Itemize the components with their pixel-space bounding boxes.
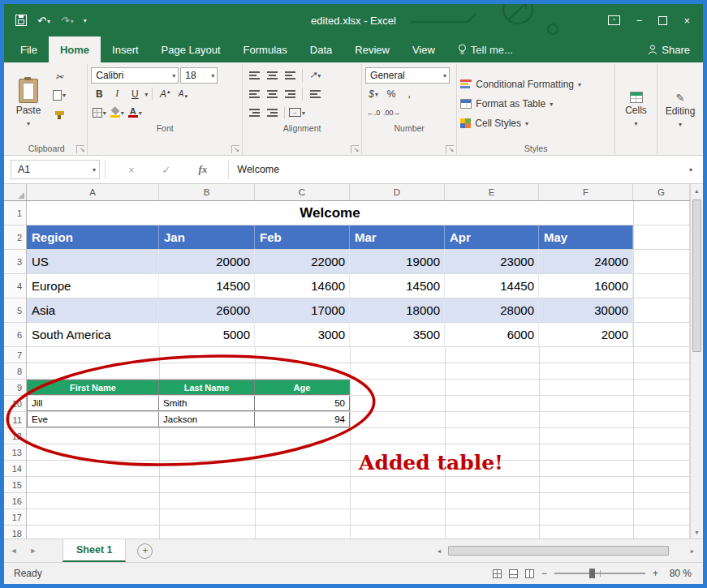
people-cell[interactable]: Smith [159, 396, 255, 411]
share-button[interactable]: Share [648, 36, 703, 62]
row-header[interactable]: 12 [4, 428, 26, 444]
align-left-button[interactable] [246, 86, 262, 102]
normal-view-button[interactable] [493, 569, 502, 578]
align-right-button[interactable] [282, 86, 298, 102]
row-header[interactable]: 10 [4, 396, 26, 412]
decrease-indent-button[interactable] [246, 105, 262, 121]
zoom-slider-thumb[interactable] [589, 569, 595, 578]
sales-cell[interactable]: 19000 [350, 250, 445, 273]
row-header[interactable]: 15 [4, 477, 26, 493]
font-color-button[interactable]: A [127, 105, 143, 121]
column-header-c[interactable]: C [255, 184, 350, 200]
cells-button[interactable]: Cells [617, 92, 656, 129]
minimize-button[interactable]: − [636, 15, 643, 27]
comma-style-button[interactable]: , [401, 86, 417, 102]
row-header[interactable]: 17 [4, 509, 26, 526]
align-top-button[interactable] [246, 67, 262, 84]
zoom-slider[interactable] [554, 573, 645, 574]
scroll-left-button[interactable]: ◄ [432, 539, 446, 562]
row-header[interactable]: 8 [4, 363, 26, 380]
row-header[interactable]: 16 [4, 493, 26, 509]
grid-row[interactable] [27, 347, 690, 363]
people-cell[interactable]: Jill [27, 396, 159, 411]
horizontal-scrollbar[interactable]: ◄ ► [432, 539, 703, 562]
format-as-table-button[interactable]: Format as Table [460, 95, 611, 113]
sales-cell[interactable]: Europe [27, 274, 159, 298]
grid-row[interactable] [27, 428, 690, 444]
page-break-view-button[interactable] [525, 569, 534, 578]
tab-formulas[interactable]: Formulas [232, 36, 299, 62]
row-header[interactable]: 11 [4, 412, 26, 428]
cut-button[interactable]: ✂ [51, 69, 67, 85]
clipboard-dialog-launcher[interactable]: ↘ [76, 145, 84, 153]
row-header[interactable]: 7 [4, 347, 26, 363]
grid-row[interactable] [27, 461, 690, 477]
sales-cell[interactable]: US [27, 250, 159, 273]
borders-button[interactable] [91, 105, 107, 121]
sales-cell[interactable]: 6000 [445, 323, 539, 346]
close-button[interactable]: × [683, 15, 690, 27]
sales-header-cell[interactable]: May [539, 225, 633, 249]
tab-home[interactable]: Home [49, 36, 101, 62]
sales-cell[interactable]: 2000 [539, 323, 633, 346]
qat-customize-button[interactable] [84, 13, 87, 28]
tab-review[interactable]: Review [343, 36, 401, 62]
column-header-f[interactable]: F [539, 184, 633, 200]
sheet-tab-sheet1[interactable]: Sheet 1 [63, 539, 126, 562]
row-header[interactable]: 5 [4, 298, 26, 323]
people-cell[interactable]: 94 [255, 412, 350, 427]
percent-style-button[interactable]: % [383, 86, 399, 102]
undo-caret-icon[interactable] [47, 15, 50, 27]
row-header[interactable]: 4 [4, 274, 26, 298]
scroll-up-button[interactable]: ▲ [691, 184, 703, 197]
row-header[interactable]: 13 [4, 444, 26, 461]
sales-cell[interactable]: 3500 [350, 323, 445, 346]
grid-row[interactable] [27, 509, 690, 526]
underline-button[interactable]: U [127, 86, 143, 102]
people-header-cell[interactable]: Age [255, 380, 350, 395]
sales-cell[interactable]: 3000 [255, 323, 350, 346]
align-bottom-button[interactable] [282, 67, 298, 84]
sheet-prev-button[interactable]: ◄ [4, 539, 24, 562]
zoom-level[interactable]: 80 % [666, 568, 692, 579]
sales-cell[interactable]: 17000 [255, 298, 350, 322]
enter-button[interactable]: ✓ [162, 164, 171, 176]
row-header[interactable]: 2 [4, 225, 26, 250]
vertical-scroll-track[interactable] [691, 197, 703, 526]
tab-insert[interactable]: Insert [101, 36, 150, 62]
grid-row[interactable] [27, 363, 690, 380]
select-all-corner[interactable] [4, 184, 27, 200]
cell-styles-button[interactable]: Cell Styles [460, 114, 611, 132]
copy-button[interactable] [51, 87, 67, 103]
align-middle-button[interactable] [264, 67, 280, 84]
name-box-caret-icon[interactable] [93, 164, 96, 175]
sales-cell[interactable]: 24000 [539, 250, 633, 273]
font-dialog-launcher[interactable]: ↘ [231, 145, 239, 153]
sales-header-cell[interactable]: Jan [159, 225, 255, 249]
people-header-cell[interactable]: Last Name [159, 380, 255, 395]
vertical-scroll-thumb[interactable] [692, 200, 701, 352]
grid-row[interactable] [27, 444, 690, 461]
tab-page-layout[interactable]: Page Layout [150, 36, 232, 62]
align-center-button[interactable] [264, 86, 280, 102]
wrap-text-button[interactable] [307, 86, 323, 102]
column-header-g[interactable]: G [633, 184, 690, 200]
sales-cell[interactable]: 14500 [350, 274, 445, 298]
row-header[interactable]: 14 [4, 461, 26, 477]
sales-cell[interactable]: 18000 [350, 298, 445, 322]
row-header[interactable]: 9 [4, 380, 26, 396]
row-header[interactable]: 18 [4, 526, 26, 539]
increase-indent-button[interactable] [264, 105, 280, 121]
cells-area[interactable]: Welcome Region Jan Feb Mar Apr May US 20… [27, 201, 690, 539]
fill-color-button[interactable] [109, 105, 125, 121]
sales-header-cell[interactable]: Region [27, 225, 159, 249]
redo-button[interactable]: ↷ [60, 15, 74, 27]
sales-cell[interactable]: 14600 [255, 274, 350, 298]
sales-cell[interactable]: 23000 [445, 250, 539, 273]
grid-row[interactable] [27, 526, 690, 539]
formula-input[interactable]: Welcome [228, 160, 683, 179]
font-family-select[interactable]: Calibri [91, 67, 179, 84]
tab-data[interactable]: Data [299, 36, 343, 62]
sales-cell[interactable]: 5000 [159, 323, 255, 346]
people-cell[interactable]: Jackson [159, 412, 255, 427]
